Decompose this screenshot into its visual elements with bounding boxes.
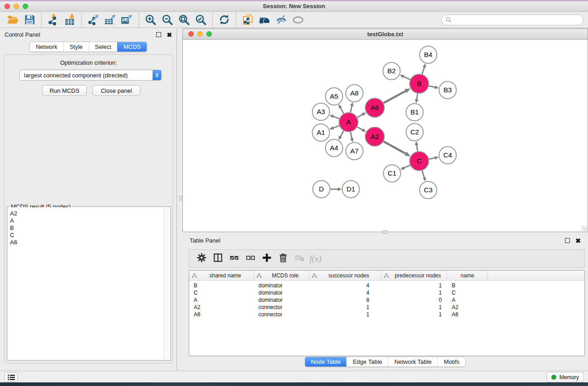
graph-edge-B-B4[interactable] <box>422 63 426 74</box>
horizontal-divider-grip[interactable] <box>382 230 387 234</box>
tab-motifs[interactable]: Motifs <box>437 357 465 367</box>
graph-node-A6[interactable]: A6 <box>365 98 384 117</box>
memory-button[interactable]: Memory <box>546 372 584 382</box>
graph-node-C[interactable]: C <box>410 152 429 171</box>
network-minimize-button[interactable] <box>197 31 203 37</box>
table-row[interactable]: A2connector11A2 <box>189 304 584 311</box>
column-header-shared-name[interactable]: shared name <box>189 271 254 280</box>
zoom-fit-button[interactable] <box>176 13 192 27</box>
table-row[interactable]: Adominator80A <box>189 296 584 304</box>
graph-edge-B-B3[interactable] <box>429 86 439 89</box>
graph-node-A4[interactable]: A4 <box>325 139 343 157</box>
graph-edge-A-A5[interactable] <box>339 104 344 113</box>
tab-select[interactable]: Select <box>89 42 117 52</box>
tab-style[interactable]: Style <box>63 42 89 52</box>
tab-node-table[interactable]: Node Table <box>305 357 347 367</box>
result-scrollbar[interactable] <box>164 207 170 360</box>
graph-edge-C-C4[interactable] <box>429 156 439 160</box>
graph-edge-A6-B[interactable] <box>383 88 410 103</box>
deselect-all-button[interactable] <box>242 252 258 266</box>
graph-edge-A-A8[interactable] <box>350 102 354 113</box>
graph-node-B2[interactable]: B2 <box>383 62 400 80</box>
control-panel-close-button[interactable]: ✖ <box>167 33 172 37</box>
column-header-mcds-role[interactable]: MCDS role <box>254 271 309 280</box>
save-session-button[interactable] <box>21 13 38 27</box>
table-row[interactable]: A6connector11A6 <box>189 311 584 318</box>
open-file-button[interactable] <box>5 13 21 27</box>
table-panel-float-button[interactable] <box>565 238 570 243</box>
graph-node-A2[interactable]: A2 <box>365 127 384 146</box>
select-all-button[interactable] <box>226 252 242 266</box>
network-close-button[interactable] <box>188 31 194 37</box>
task-history-button[interactable] <box>5 372 18 382</box>
graph-node-D[interactable]: D <box>313 181 330 198</box>
graph-node-D1[interactable]: D1 <box>342 181 359 198</box>
window-resize-grip[interactable] <box>582 226 587 231</box>
export-table-button[interactable] <box>102 13 119 27</box>
graph-node-B[interactable]: B <box>410 74 429 93</box>
graph-node-A5[interactable]: A5 <box>325 88 343 105</box>
import-table-button[interactable] <box>62 13 78 27</box>
graph-edge-C-C3[interactable] <box>422 171 426 181</box>
tab-network-table[interactable]: Network Table <box>388 357 437 367</box>
mcds-result-item[interactable]: A <box>8 217 170 224</box>
export-image-button[interactable] <box>119 13 135 27</box>
column-header-successor-nodes[interactable]: successor nodes <box>309 271 381 280</box>
graph-node-B4[interactable]: B4 <box>420 46 437 63</box>
graph-edge-C-C2[interactable] <box>415 141 419 152</box>
close-panel-button[interactable]: Close panel <box>92 85 140 96</box>
graph-edge-C-C1[interactable] <box>400 165 410 170</box>
mcds-result-item[interactable]: B <box>8 224 170 232</box>
table-row[interactable]: Bdominator41B <box>189 282 584 289</box>
graph-edge-A-A6[interactable] <box>357 113 366 118</box>
graph-edge-D-D1[interactable] <box>330 187 342 191</box>
graph-node-B1[interactable]: B1 <box>406 104 423 121</box>
control-panel-float-button[interactable] <box>156 32 161 37</box>
table-panel-close-button[interactable]: ✖ <box>575 238 581 243</box>
mcds-result-item[interactable]: A2 <box>8 210 170 217</box>
add-column-button[interactable] <box>258 252 275 266</box>
table-row[interactable]: Cdominator41C <box>189 289 584 296</box>
graph-node-C4[interactable]: C4 <box>439 147 456 164</box>
graph-node-A8[interactable]: A8 <box>346 85 363 102</box>
hide-graphics-details-button[interactable] <box>273 13 290 27</box>
mcds-result-item[interactable]: C <box>8 232 170 239</box>
export-network-button[interactable] <box>85 13 102 27</box>
column-visibility-button[interactable] <box>210 252 226 266</box>
zoom-in-button[interactable] <box>142 13 159 27</box>
new-network-from-selection-button[interactable] <box>239 13 256 27</box>
column-header-name[interactable]: name <box>447 271 488 280</box>
graph-edge-A-A1[interactable] <box>330 126 339 130</box>
graph-edge-A-A2[interactable] <box>357 127 366 132</box>
graph-node-A1[interactable]: A1 <box>312 124 330 141</box>
tab-network[interactable]: Network <box>30 42 63 52</box>
home-button[interactable] <box>256 13 273 27</box>
graph-edge-B-B1[interactable] <box>415 94 419 104</box>
graph-node-A3[interactable]: A3 <box>312 103 330 120</box>
birds-eye-view-button[interactable] <box>290 13 306 27</box>
graph-node-C1[interactable]: C1 <box>383 165 401 182</box>
graph-edge-B-B2[interactable] <box>400 75 410 79</box>
delete-column-button[interactable] <box>275 252 291 266</box>
network-canvas[interactable]: B4B2BB3A8A5A6A3B1AC2A1A2A4A7C4CC1C3DD1 <box>183 40 588 232</box>
mcds-result-item[interactable]: A6 <box>8 239 170 246</box>
network-graph[interactable]: B4B2BB3A8A5A6A3B1AC2A1A2A4A7C4CC1C3DD1 <box>183 40 588 232</box>
tab-mcds[interactable]: MCDS <box>117 42 147 52</box>
import-network-button[interactable] <box>45 13 62 27</box>
search-input[interactable] <box>454 16 579 24</box>
graph-node-B3[interactable]: B3 <box>439 81 456 99</box>
graph-edge-A2-C[interactable] <box>383 142 410 157</box>
graph-edge-A-A7[interactable] <box>350 132 354 143</box>
graph-edge-A-A4[interactable] <box>339 131 344 140</box>
table-settings-button[interactable] <box>193 252 210 266</box>
zoom-out-button[interactable] <box>159 13 176 27</box>
tab-edge-table[interactable]: Edge Table <box>346 357 388 367</box>
column-header-predecessor-nodes[interactable]: predecessor nodes <box>381 271 447 280</box>
search-box[interactable] <box>441 14 583 25</box>
graph-node-C2[interactable]: C2 <box>406 124 423 141</box>
refresh-button[interactable] <box>216 13 233 27</box>
graph-node-A[interactable]: A <box>339 113 358 132</box>
run-mcds-button[interactable]: Run MCDS <box>42 85 87 96</box>
optimization-criterion-select[interactable]: largest connected component (directed) <box>19 70 162 81</box>
graph-node-A7[interactable]: A7 <box>346 143 363 160</box>
